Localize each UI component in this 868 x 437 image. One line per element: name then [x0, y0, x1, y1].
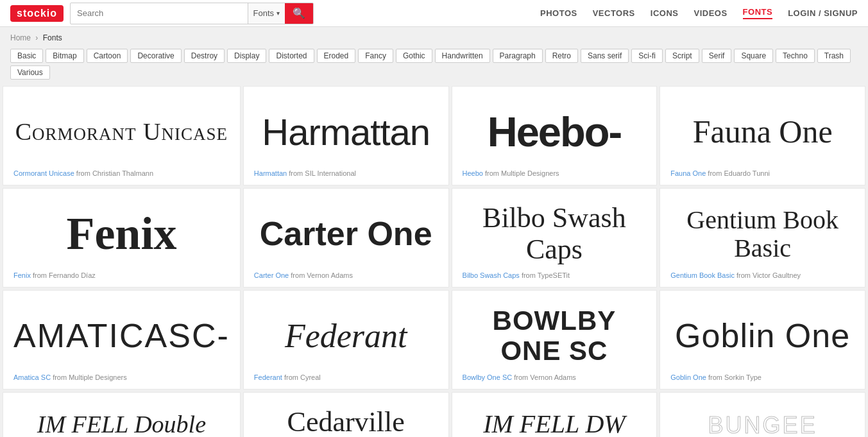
font-preview-text: Goblin One	[675, 318, 850, 354]
font-card[interactable]: Fauna OneFauna One from Eduardo Tunni	[660, 86, 865, 185]
font-preview-text: Fauna One	[693, 114, 833, 150]
font-name-link[interactable]: Bowlby One SC	[463, 373, 513, 381]
font-card[interactable]: Gentium Book BasicGentium Book Basic fro…	[660, 188, 865, 287]
font-preview: Cedarville Cursive	[254, 406, 438, 437]
font-preview: Bilbo Swash Caps	[463, 201, 647, 266]
font-card[interactable]: FederantFederant from Cyreal	[243, 290, 449, 390]
nav-vectors[interactable]: VECTORS	[593, 8, 635, 18]
font-author: from Sorkin Type	[706, 373, 762, 381]
font-preview-text: AmaticaSC-	[13, 318, 230, 354]
filter-tag-bitmap[interactable]: Bitmap	[46, 49, 83, 63]
font-card[interactable]: IM FELL Double Pica ItalicIM Fell Double…	[3, 392, 241, 437]
font-preview-text: Fenix	[66, 209, 176, 259]
font-author: from Christian Thalmann	[74, 169, 153, 177]
font-card[interactable]: Carter OneCarter One from Vernon Adams	[243, 188, 449, 287]
font-name-link[interactable]: Bilbo Swash Caps	[463, 271, 520, 279]
font-meta: Gentium Book Basic from Victor Gaultney	[670, 271, 855, 279]
filter-tag-paragraph[interactable]: Paragraph	[493, 49, 543, 63]
font-name-link[interactable]: Federant	[254, 373, 282, 381]
font-meta: Heebo from Multiple Designers	[463, 169, 647, 177]
font-preview-text: BOWLBY ONE SC	[463, 306, 647, 365]
font-preview: Gentium Book Basic	[670, 201, 855, 266]
font-card[interactable]: Bilbo Swash CapsBilbo Swash Caps from Ty…	[452, 188, 658, 287]
filter-tag-gothic[interactable]: Gothic	[396, 49, 432, 63]
font-card[interactable]: BUNGEE OUTLINEBungee Outline from David …	[660, 392, 865, 437]
font-meta: Goblin One from Sorkin Type	[670, 373, 855, 381]
font-meta: Bilbo Swash Caps from TypeSETit	[463, 271, 647, 279]
nav-videos[interactable]: VIDEOS	[694, 8, 727, 18]
font-preview: Fauna One	[670, 99, 855, 164]
filter-tag-fancy[interactable]: Fancy	[358, 49, 393, 63]
font-card[interactable]: Heebo-Heebo from Multiple Designers	[452, 86, 658, 185]
filter-tag-script[interactable]: Script	[665, 49, 699, 63]
font-name-link[interactable]: Amatica SC	[13, 373, 51, 381]
font-card[interactable]: IM FELL DW Pica ItalicIM Fell DW Pica fr…	[452, 392, 658, 437]
font-name-link[interactable]: Harmattan	[254, 169, 287, 177]
font-preview: Goblin One	[670, 304, 855, 368]
search-input[interactable]	[71, 4, 247, 22]
font-author: from Fernando Díaz	[31, 271, 96, 279]
font-name-link[interactable]: Heebo	[463, 169, 483, 177]
filter-tag-cartoon[interactable]: Cartoon	[87, 49, 128, 63]
font-preview: Harmattan	[254, 99, 438, 164]
filter-tag-decorative[interactable]: Decorative	[130, 49, 181, 63]
filter-tag-handwritten[interactable]: Handwritten	[435, 49, 490, 63]
font-preview: Fenix	[13, 201, 230, 266]
font-preview-text: IM FELL DW Pica Italic	[463, 410, 647, 438]
font-meta: Federant from Cyreal	[254, 373, 438, 381]
filter-tag-basic[interactable]: Basic	[10, 49, 43, 63]
font-name-link[interactable]: Fenix	[13, 271, 31, 279]
main-nav: PHOTOS VECTORS ICONS VIDEOS FONTS Login …	[540, 7, 858, 19]
search-icon: 🔍	[293, 7, 305, 19]
font-card[interactable]: FenixFenix from Fernando Díaz	[3, 188, 241, 287]
filter-tag-display[interactable]: Display	[227, 49, 266, 63]
font-author: from Vernon Adams	[289, 271, 353, 279]
filter-tag-sci-fi[interactable]: Sci-fi	[631, 49, 663, 63]
font-name-link[interactable]: Goblin One	[670, 373, 706, 381]
font-grid: Cormorant UnicaseCormorant Unicase from …	[0, 86, 868, 437]
font-card[interactable]: HarmattanHarmattan from SIL Internationa…	[243, 86, 449, 185]
font-card[interactable]: Cormorant UnicaseCormorant Unicase from …	[3, 86, 241, 185]
font-name-link[interactable]: Cormorant Unicase	[13, 169, 74, 177]
font-author: from TypeSETit	[520, 271, 570, 279]
font-meta: Harmattan from SIL International	[254, 169, 438, 177]
nav-fonts[interactable]: FONTS	[743, 7, 773, 19]
filter-tag-techno[interactable]: Techno	[776, 49, 815, 63]
filter-tag-square[interactable]: Square	[734, 49, 773, 63]
nav-photos[interactable]: PHOTOS	[540, 8, 577, 18]
font-card[interactable]: AmaticaSC-Amatica SC from Multiple Desig…	[3, 290, 241, 390]
filter-tag-distorted[interactable]: Distorted	[269, 49, 314, 63]
font-preview-text: Bilbo Swash Caps	[463, 203, 647, 265]
font-name-link[interactable]: Carter One	[254, 271, 289, 279]
font-card[interactable]: Cedarville CursiveCedarville Cursive fro…	[243, 392, 449, 437]
search-button[interactable]: 🔍	[285, 3, 313, 24]
filter-tag-retro[interactable]: Retro	[545, 49, 578, 63]
filter-tag-trash[interactable]: Trash	[817, 49, 851, 63]
font-author: from Cyreal	[282, 373, 321, 381]
logo[interactable]: stockio	[10, 5, 64, 22]
font-author: from Multiple Designers	[483, 169, 559, 177]
nav-login[interactable]: Login / Signup	[788, 8, 858, 18]
filter-tag-various[interactable]: Various	[10, 65, 50, 80]
font-preview: IM FELL Double Pica Italic	[13, 406, 230, 437]
font-preview: BOWLBY ONE SC	[463, 304, 647, 368]
filter-tag-serif[interactable]: Serif	[702, 49, 732, 63]
font-card[interactable]: Goblin OneGoblin One from Sorkin Type	[660, 290, 865, 390]
font-preview: BUNGEE OUTLINE	[670, 406, 855, 437]
filter-tag-destroy[interactable]: Destroy	[184, 49, 225, 63]
font-preview: Carter One	[254, 201, 438, 266]
font-preview-text: IM FELL Double Pica Italic	[13, 411, 230, 437]
filter-tag-sans-serif[interactable]: Sans serif	[581, 49, 629, 63]
font-card[interactable]: BOWLBY ONE SCBowlby One SC from Vernon A…	[452, 290, 658, 390]
search-dropdown[interactable]: Fonts ▾	[248, 3, 285, 24]
font-name-link[interactable]: Gentium Book Basic	[670, 271, 735, 279]
filter-tag-eroded[interactable]: Eroded	[317, 49, 356, 63]
breadcrumb-current: Fonts	[43, 33, 62, 42]
font-meta: Bowlby One SC from Vernon Adams	[463, 373, 647, 381]
font-preview-text: Gentium Book Basic	[670, 206, 855, 262]
font-meta: Fauna One from Eduardo Tunni	[670, 169, 855, 177]
font-name-link[interactable]: Fauna One	[670, 169, 706, 177]
nav-icons[interactable]: ICONS	[651, 8, 679, 18]
breadcrumb-home[interactable]: Home	[10, 33, 31, 42]
font-author: from SIL International	[287, 169, 356, 177]
